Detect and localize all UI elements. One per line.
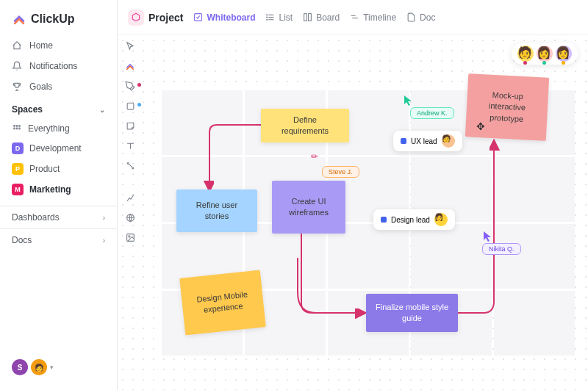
- tool-clickup[interactable]: [123, 59, 137, 73]
- svg-point-10: [267, 15, 268, 15]
- tool-chart[interactable]: [123, 191, 137, 204]
- chevron-down-icon: ⌄: [99, 106, 105, 114]
- cursor-green: [404, 95, 413, 106]
- chevron-right-icon: ›: [103, 214, 105, 222]
- svg-rect-17: [127, 103, 134, 109]
- view-list[interactable]: List: [265, 12, 293, 23]
- view-list-label: List: [279, 12, 293, 23]
- space-dev-label: Development: [29, 143, 82, 154]
- project-chip[interactable]: Project: [128, 10, 183, 26]
- collaborator-avatars[interactable]: 🧑 👩 👩: [512, 43, 578, 65]
- view-doc[interactable]: Doc: [406, 12, 435, 23]
- tool-shape[interactable]: [123, 99, 137, 112]
- space-badge-m: M: [12, 184, 24, 195]
- nav-goals-label: Goals: [29, 82, 52, 92]
- space-product[interactable]: PProduct: [0, 159, 117, 179]
- dashboards-row[interactable]: Dashboards›: [0, 206, 117, 228]
- project-icon: [128, 10, 144, 26]
- tag-ux-label: UX lead: [411, 137, 437, 145]
- whiteboard-toolbar: [123, 40, 137, 244]
- avatar-ux: 🧑: [442, 134, 455, 148]
- cursor-purple: [484, 231, 492, 242]
- tool-sticky[interactable]: [123, 119, 137, 132]
- timeline-icon: [350, 12, 359, 22]
- nav-home-label: Home: [29, 40, 53, 51]
- space-development[interactable]: DDevelopment: [0, 138, 117, 159]
- svg-point-5: [19, 128, 21, 129]
- nav-goals[interactable]: Goals: [0, 76, 117, 97]
- sticky-define-requirements[interactable]: Define requirements: [261, 109, 349, 142]
- spaces-header[interactable]: Spaces⌄: [0, 97, 117, 119]
- svg-point-1: [16, 126, 18, 127]
- space-marketing-label: Marketing: [29, 184, 71, 195]
- tool-connector[interactable]: [123, 159, 137, 172]
- user-area[interactable]: S 🧑 ▾: [0, 352, 117, 383]
- list-icon: [265, 12, 275, 22]
- svg-point-18: [127, 162, 129, 164]
- sticky-refine-stories[interactable]: Refine user stories: [176, 189, 257, 232]
- nav-notifications[interactable]: Notifications: [0, 56, 117, 76]
- tool-cursor[interactable]: [123, 40, 137, 53]
- avatar-2: 👩: [537, 46, 553, 62]
- svg-point-4: [16, 128, 18, 129]
- tool-text[interactable]: [123, 139, 137, 152]
- sidebar: ClickUp Home Notifications Goals Spaces⌄…: [0, 0, 118, 390]
- name-tag-nikita: Nikita Q.: [482, 243, 521, 255]
- grid-icon: [12, 123, 22, 134]
- tool-dot-red: [137, 83, 141, 87]
- user-avatar-s: S: [12, 359, 28, 375]
- tool-pen[interactable]: [123, 79, 137, 93]
- topbar: Project Whiteboard List Board Timeline D…: [118, 0, 588, 35]
- project-label: Project: [148, 12, 183, 24]
- logo-icon: [12, 12, 26, 26]
- space-product-label: Product: [29, 164, 60, 174]
- sticky-finalize-styleguide[interactable]: Finalize mobile style guide: [366, 294, 458, 332]
- logo[interactable]: ClickUp: [0, 12, 117, 35]
- space-everything-label: Everything: [28, 123, 70, 134]
- space-badge-p: P: [12, 163, 24, 175]
- view-timeline-label: Timeline: [363, 12, 396, 23]
- svg-point-2: [19, 126, 21, 127]
- view-timeline[interactable]: Timeline: [350, 12, 396, 23]
- name-tag-andrew: Andrew K.: [410, 107, 454, 119]
- color-square: [401, 138, 406, 144]
- dashboards-label: Dashboards: [12, 212, 60, 223]
- view-board[interactable]: Board: [303, 12, 340, 23]
- tag-design-lead[interactable]: Design lead👩: [373, 209, 455, 230]
- pencil-icon: ✏: [311, 151, 318, 162]
- view-whiteboard[interactable]: Whiteboard: [193, 12, 255, 23]
- whiteboard-icon: [193, 12, 203, 22]
- nav-notifications-label: Notifications: [29, 61, 77, 71]
- view-board-label: Board: [316, 12, 340, 23]
- color-square: [381, 217, 387, 223]
- svg-point-3: [14, 128, 15, 129]
- sticky-create-wireframes[interactable]: Create UI wireframes: [272, 181, 345, 234]
- name-tag-steve: Steve J.: [322, 166, 359, 178]
- main: Project Whiteboard List Board Timeline D…: [118, 0, 588, 390]
- svg-point-11: [267, 17, 268, 18]
- user-avatar-2: 🧑: [31, 359, 47, 375]
- tool-image[interactable]: [123, 231, 137, 244]
- nav-home[interactable]: Home: [0, 35, 117, 56]
- space-everything[interactable]: Everything: [0, 119, 117, 138]
- board-icon: [303, 12, 312, 22]
- avatar-1: 🧑: [517, 46, 534, 62]
- canvas[interactable]: Define requirements Refine user stories …: [118, 35, 588, 390]
- chevron-right-icon: ›: [103, 236, 105, 245]
- logo-text: ClickUp: [31, 12, 75, 26]
- svg-point-0: [14, 126, 15, 127]
- view-whiteboard-label: Whiteboard: [207, 12, 255, 23]
- tag-ux-lead[interactable]: UX lead🧑: [393, 131, 462, 151]
- tool-web[interactable]: [123, 211, 137, 224]
- docs-row[interactable]: Docs›: [0, 228, 117, 251]
- space-marketing[interactable]: MMarketing: [0, 179, 117, 200]
- sticky-design-mobile[interactable]: Design Mobile experience: [179, 270, 266, 335]
- trophy-icon: [12, 82, 22, 92]
- doc-icon: [406, 12, 416, 22]
- avatar-design: 👩: [434, 213, 448, 226]
- home-icon: [12, 40, 22, 51]
- tool-dot-blue: [137, 103, 141, 106]
- svg-rect-14: [309, 14, 312, 21]
- move-icon: ✥: [476, 120, 485, 132]
- svg-rect-13: [304, 14, 307, 21]
